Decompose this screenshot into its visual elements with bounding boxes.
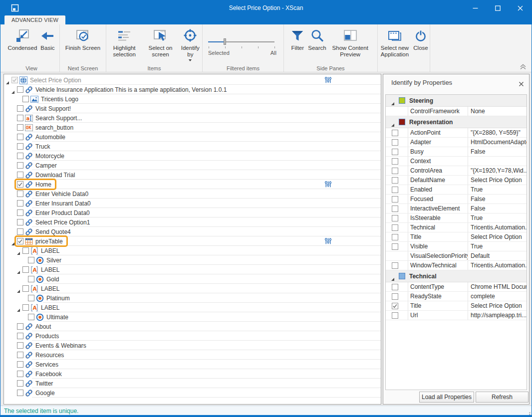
title-bar[interactable]: Select Price Option - XScan <box>0 0 532 15</box>
highlight-selection-button[interactable]: Highlight selection <box>106 28 142 58</box>
tree-row-checkbox[interactable] <box>17 238 23 244</box>
property-row[interactable]: AdapterHtmlDocumentAdapter <box>386 138 527 147</box>
tree-row[interactable]: Google <box>4 388 381 398</box>
tree-row-checkbox[interactable] <box>17 181 23 188</box>
select-new-application-button[interactable]: Select new Application <box>378 28 412 58</box>
tree-row[interactable]: Twitter <box>4 379 381 388</box>
property-row[interactable]: TechnicalTricentis.Automation... <box>386 223 527 232</box>
row-filter-sliders-icon[interactable] <box>324 76 332 84</box>
property-row[interactable]: EnabledTrue <box>386 185 527 195</box>
tab-advanced-view[interactable]: ADVANCED VIEW <box>4 15 65 24</box>
close-button[interactable] <box>509 0 532 15</box>
property-checkbox[interactable] <box>392 262 398 269</box>
tree-row-checkbox[interactable] <box>17 333 23 339</box>
close-button[interactable]: Close <box>412 28 430 51</box>
section-expander-icon[interactable] <box>391 274 395 278</box>
tree-row-checkbox[interactable] <box>17 352 23 358</box>
search-button[interactable]: Search <box>306 28 327 51</box>
tree-row-checkbox[interactable] <box>17 172 23 178</box>
property-checkbox[interactable] <box>392 149 398 155</box>
property-row[interactable]: Urlhttp://sampleapp.tri... <box>386 311 527 320</box>
tree-row-checkbox[interactable] <box>17 371 23 377</box>
tree-row-checkbox[interactable] <box>22 266 29 273</box>
property-row[interactable]: BusyFalse <box>386 147 527 157</box>
tree-row[interactable]: Download Trial <box>4 170 381 180</box>
tree-row-checkbox[interactable] <box>17 219 23 225</box>
tree-row-checkbox[interactable] <box>17 124 23 131</box>
property-section-representation[interactable]: Representation <box>386 116 527 128</box>
property-row[interactable]: ReadyStatecomplete <box>386 292 527 301</box>
property-row[interactable]: Context <box>386 157 527 166</box>
tree-row[interactable]: Motorcycle <box>4 151 381 161</box>
tree-row-checkbox[interactable] <box>17 134 23 140</box>
identify-by-button[interactable]: Identify by <box>179 28 202 61</box>
tree-row-checkbox[interactable] <box>17 342 23 349</box>
property-checkbox[interactable] <box>392 177 398 184</box>
tree-row-checkbox[interactable] <box>22 304 29 311</box>
basic-button[interactable]: Basic <box>38 28 56 51</box>
property-row[interactable]: ContentTypeChrome HTML Docum... <box>386 282 527 292</box>
property-checkbox[interactable] <box>392 284 398 290</box>
property-checkbox[interactable] <box>392 234 398 240</box>
tree-row-checkbox[interactable] <box>17 323 23 330</box>
property-row[interactable]: InteractiveElementFalse <box>386 204 527 213</box>
tree-row[interactable]: Ultimate <box>4 312 381 322</box>
property-checkbox[interactable] <box>392 293 398 300</box>
property-row[interactable]: FocusedFalse <box>386 195 527 204</box>
resize-grip[interactable] <box>526 410 531 415</box>
tree-row-checkbox[interactable] <box>17 390 23 396</box>
tree-row-checkbox[interactable] <box>17 209 23 216</box>
tree-row-checkbox[interactable] <box>17 153 23 159</box>
collapse-ribbon-icon[interactable] <box>520 63 527 69</box>
maximize-button[interactable] <box>487 0 509 15</box>
property-checkbox[interactable] <box>392 168 398 174</box>
property-row[interactable]: DefaultNameSelect Price Option <box>386 176 527 185</box>
property-checkbox[interactable] <box>392 158 398 165</box>
tree-row-checkbox[interactable] <box>28 295 34 301</box>
property-checkbox[interactable] <box>392 215 398 221</box>
property-row[interactable]: VisualSelectionPriorityDefault <box>386 251 527 261</box>
tree-row-checkbox[interactable] <box>17 228 23 235</box>
tree-row-checkbox[interactable] <box>17 191 23 197</box>
panel-close-icon[interactable] <box>519 80 524 85</box>
row-filter-sliders-icon[interactable] <box>324 181 332 188</box>
property-row[interactable]: ActionPoint"{X=2880, Y=559}" <box>386 128 527 138</box>
property-row[interactable]: VisibleTrue <box>386 242 527 251</box>
tree-row[interactable]: Automobile <box>4 132 381 142</box>
property-row[interactable]: ControlFrameworkNone <box>386 107 527 116</box>
tree-row-checkbox[interactable] <box>11 77 18 83</box>
filtered-items-slider[interactable]: Selected All <box>208 34 278 69</box>
property-section-steering[interactable]: Steering <box>386 95 527 107</box>
tree-row-checkbox[interactable] <box>22 247 29 254</box>
property-checkbox[interactable] <box>392 224 398 231</box>
row-filter-sliders-icon[interactable] <box>324 237 332 245</box>
tree-row-checkbox[interactable] <box>17 162 23 169</box>
show-content-preview-button[interactable]: Show Content Preview <box>328 28 373 58</box>
section-expander-icon[interactable] <box>391 99 395 103</box>
finish-screen-button[interactable]: Finish Screen <box>64 28 102 51</box>
property-row[interactable]: TitleSelect Price Option <box>386 301 527 311</box>
tree-row-checkbox[interactable] <box>28 276 34 282</box>
property-row[interactable]: IsSteerableTrue <box>386 213 527 223</box>
property-checkbox[interactable] <box>392 303 398 309</box>
slider-handle[interactable] <box>224 38 226 45</box>
property-checkbox[interactable] <box>392 206 398 212</box>
condensed-button[interactable]: Condensed <box>6 28 39 51</box>
property-section-technical[interactable]: Technical <box>386 270 527 282</box>
refresh-button[interactable]: Refresh <box>476 392 529 403</box>
property-checkbox[interactable] <box>392 139 398 146</box>
tree-row-checkbox[interactable] <box>17 105 23 112</box>
property-row[interactable]: TitleSelect Price Option <box>386 232 527 242</box>
tree-row-checkbox[interactable] <box>22 96 29 102</box>
tree-row-checkbox[interactable] <box>17 143 23 150</box>
property-checkbox[interactable] <box>392 312 398 319</box>
tree-row-checkbox[interactable] <box>28 314 34 320</box>
select-on-screen-button[interactable]: Select on screen <box>142 28 178 58</box>
tree-row[interactable]: Facebook <box>4 369 381 379</box>
minimize-button[interactable] <box>464 0 487 15</box>
property-row[interactable]: WindowTechnicalTricentis.Automation... <box>386 261 527 270</box>
tree-row-checkbox[interactable] <box>17 380 23 387</box>
tree-row-checkbox[interactable] <box>17 115 23 121</box>
filter-button[interactable]: Filter <box>288 28 306 51</box>
property-checkbox[interactable] <box>392 130 398 136</box>
